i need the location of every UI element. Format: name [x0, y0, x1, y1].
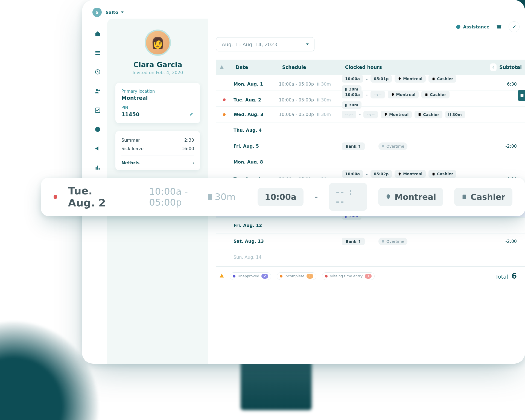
- org-switcher[interactable]: Salto: [106, 10, 124, 15]
- filter-incomplete[interactable]: Incomplete 1: [277, 272, 316, 280]
- table-row[interactable]: Mon. Aug. 8: [216, 154, 525, 170]
- overlay-location: Montreal: [395, 192, 436, 202]
- svg-point-4: [96, 89, 98, 91]
- table-row[interactable]: Tue. Aug. 210:00a - 05:00p30m10:00a---:-…: [216, 91, 525, 107]
- balance-value: 16:00: [182, 146, 194, 151]
- pause-icon: [317, 113, 319, 116]
- overlay-clock-out[interactable]: -- : --: [329, 183, 368, 211]
- overlay-location-chip[interactable]: Montreal: [378, 188, 443, 206]
- location-chip[interactable]: Montreal: [395, 75, 426, 83]
- column-clocked: Clocked hours: [342, 65, 470, 70]
- role-chip[interactable]: Cashier: [428, 170, 456, 178]
- edit-pin-icon[interactable]: [189, 111, 194, 117]
- clock-out-chip[interactable]: 05:02p: [371, 170, 392, 178]
- nav-home-icon[interactable]: [94, 30, 102, 38]
- clock-out-chip[interactable]: --:--: [363, 111, 378, 118]
- balance-label: Summer: [121, 138, 140, 143]
- location-chip[interactable]: Montreal: [395, 170, 426, 178]
- table-row[interactable]: Fri. Aug. 12: [216, 218, 525, 234]
- svg-rect-2: [95, 54, 100, 55]
- overlay-clock-in[interactable]: 10:00a: [258, 188, 304, 206]
- svg-rect-17: [425, 93, 428, 96]
- table-row[interactable]: Fri. Aug. 5Bank ↑Overtime-2:00: [216, 138, 525, 154]
- assistance-label: Assistance: [463, 24, 489, 30]
- date-range-value: Aug. 1 - Aug. 14, 2023: [222, 42, 277, 47]
- filter-count: 2: [261, 274, 268, 279]
- dot-icon: [280, 275, 282, 278]
- prev-period-button[interactable]: ‹: [490, 63, 497, 71]
- table-row[interactable]: Sat. Aug. 13Bank ↑Overtime-2:00: [216, 234, 525, 249]
- filter-missing[interactable]: Missing time entry 1: [322, 272, 375, 280]
- avatar: 👩: [145, 30, 171, 56]
- clock-out-chip[interactable]: 05:01p: [371, 75, 392, 83]
- table-row[interactable]: Mon. Aug. 110:00a - 05:00p30m10:00a-05:0…: [216, 75, 525, 91]
- role-chip[interactable]: Cashier: [421, 91, 449, 98]
- row-schedule: 10:00a - 05:00p30m: [279, 81, 342, 87]
- overlay-role-chip[interactable]: Cashier: [454, 188, 512, 206]
- gift-icon[interactable]: [496, 23, 502, 30]
- filter-label: Incomplete: [285, 274, 305, 278]
- main-topbar: Assistance: [456, 21, 520, 32]
- location-chip[interactable]: Montreal: [381, 111, 412, 118]
- nav-people-icon[interactable]: [94, 87, 102, 95]
- break-chip[interactable]: 30m: [342, 101, 361, 109]
- primary-location-label: Primary location: [121, 89, 194, 94]
- clock-in-chip[interactable]: --:--: [342, 111, 356, 118]
- chevron-down-icon: [306, 43, 309, 45]
- clock-in-chip[interactable]: 10:00a: [342, 170, 363, 178]
- filter-unapproved[interactable]: Unapproved 2: [230, 272, 271, 280]
- table-row[interactable]: Thu. Aug. 4: [216, 122, 525, 138]
- svg-rect-15: [521, 94, 524, 97]
- pause-icon: [317, 83, 319, 86]
- row-date: Mon. Aug. 1: [232, 81, 279, 87]
- chevron-down-icon: [121, 11, 124, 13]
- break-chip[interactable]: 30m: [445, 111, 465, 118]
- side-drawer-toggle[interactable]: [518, 90, 525, 101]
- dash: -: [314, 192, 318, 202]
- svg-rect-1: [95, 52, 100, 53]
- nav-megaphone-icon[interactable]: [94, 144, 102, 153]
- column-subtotal: ‹ Subtotal: [487, 63, 525, 71]
- role-chip[interactable]: Cashier: [428, 75, 456, 83]
- filter-label: Unapproved: [238, 274, 259, 278]
- divider: [121, 156, 194, 156]
- overtime-chip[interactable]: Overtime: [378, 142, 407, 150]
- nav-clock-icon[interactable]: [94, 68, 102, 76]
- svg-rect-10: [99, 168, 100, 170]
- clock-out-chip[interactable]: --:--: [371, 91, 385, 98]
- svg-point-7: [95, 127, 100, 132]
- balance-value: 2:30: [184, 138, 194, 143]
- table-row[interactable]: Sun. Aug. 14: [216, 249, 525, 265]
- timesheet-table: Date Schedule Clocked hours ‹ Subtotal M…: [216, 60, 525, 281]
- employee-info-card: Primary location Montreal PIN 11450: [115, 83, 200, 123]
- bank-chip[interactable]: Bank ↑: [342, 142, 365, 150]
- clock-in-chip[interactable]: 10:00a: [342, 75, 363, 83]
- assistance-button[interactable]: Assistance: [456, 24, 489, 30]
- column-alert: [216, 65, 232, 70]
- total-value: 6: [512, 272, 517, 281]
- approve-check-button[interactable]: [509, 21, 520, 32]
- nethris-link[interactable]: Nethris ›: [121, 159, 194, 165]
- balance-row: Summer 2:30: [121, 136, 194, 144]
- location-chip[interactable]: Montreal: [388, 91, 419, 98]
- nav-list-icon[interactable]: [94, 49, 102, 57]
- row-schedule: 10:00a - 05:00p30m: [279, 112, 342, 117]
- bank-chip[interactable]: Bank ↑: [342, 238, 365, 245]
- svg-rect-14: [499, 24, 499, 29]
- row-subtotal: 6:30: [487, 81, 525, 87]
- table-row[interactable]: Wed. Aug. 310:00a - 05:00p30m--:-----:--…: [216, 107, 525, 122]
- nav-check-icon[interactable]: [94, 106, 102, 114]
- app-chrome: S Salto: [88, 6, 525, 19]
- overtime-chip[interactable]: Overtime: [378, 238, 407, 245]
- overlay-schedule: 10:00a - 05:00p 30m: [149, 186, 235, 208]
- total: Total 6: [495, 272, 517, 281]
- nav-chat-icon[interactable]: [94, 125, 102, 133]
- clock-in-chip[interactable]: 10:00a: [342, 91, 363, 98]
- svg-rect-22: [463, 195, 466, 199]
- svg-rect-19: [433, 173, 435, 175]
- nav-analytics-icon[interactable]: [94, 164, 102, 172]
- date-range-picker[interactable]: Aug. 1 - Aug. 14, 2023: [216, 37, 314, 51]
- role-chip[interactable]: Cashier: [415, 111, 442, 118]
- svg-point-11: [456, 25, 460, 29]
- svg-rect-8: [96, 167, 97, 170]
